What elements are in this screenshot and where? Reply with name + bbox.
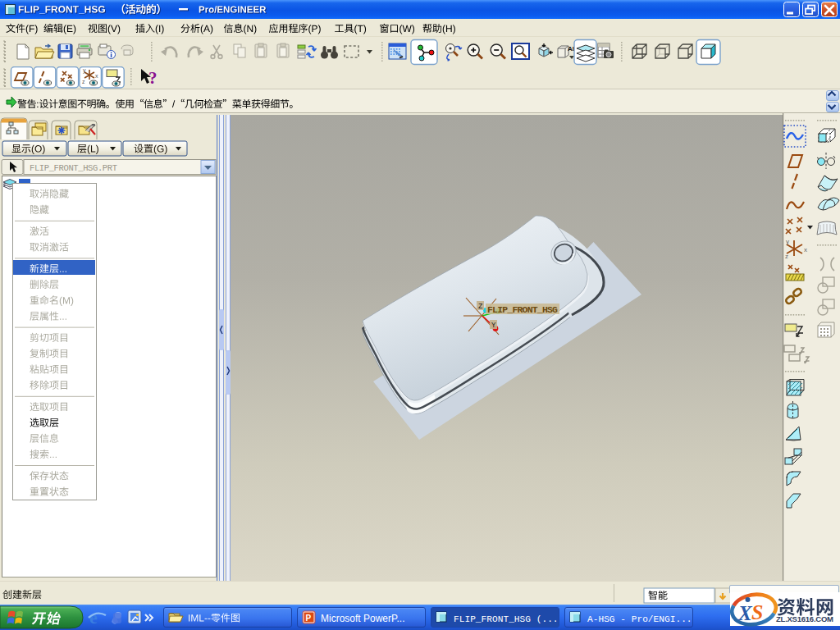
svg-text:S: S <box>751 600 763 624</box>
svg-text:Y: Y <box>491 322 496 330</box>
svg-text:z: z <box>785 253 788 260</box>
svg-text:?: ? <box>148 68 158 88</box>
svg-text:ZL.XS1616.COM: ZL.XS1616.COM <box>776 614 833 623</box>
svg-text:x: x <box>804 246 807 253</box>
svg-text:Z: Z <box>478 303 483 311</box>
svg-text:FLIP_FRONT_HSG: FLIP_FRONT_HSG <box>487 304 558 315</box>
svg-text:y: y <box>786 238 789 245</box>
svg-text:P: P <box>306 614 312 623</box>
